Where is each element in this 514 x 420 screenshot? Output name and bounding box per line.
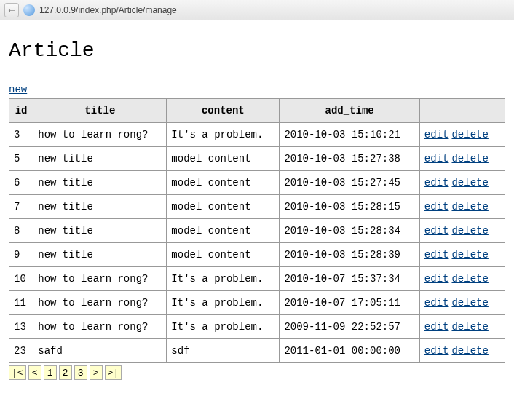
col-actions [419, 99, 505, 123]
arrow-left-icon: ← [7, 4, 17, 16]
cell-add-time: 2010-10-03 15:28:15 [280, 195, 419, 219]
cell-add-time: 2010-10-03 15:27:38 [280, 147, 419, 171]
table-row: 23safdsdf2011-01-01 00:00:00editdelete [9, 339, 505, 363]
cell-actions: editdelete [419, 315, 505, 339]
pager-prev[interactable]: < [28, 365, 41, 380]
cell-id: 6 [9, 171, 33, 195]
cell-actions: editdelete [419, 243, 505, 267]
cell-add-time: 2010-10-07 17:05:11 [280, 291, 419, 315]
table-row: 13how to learn rong?It's a problem.2009-… [9, 315, 505, 339]
cell-title: how to learn rong? [33, 123, 167, 147]
col-id: id [9, 99, 33, 123]
back-button[interactable]: ← [4, 3, 19, 17]
edit-link[interactable]: edit [424, 249, 449, 261]
table-row: 5new titlemodel content2010-10-03 15:27:… [9, 147, 505, 171]
delete-link[interactable]: delete [451, 129, 488, 140]
cell-actions: editdelete [419, 219, 505, 243]
pager-page-2[interactable]: 2 [59, 365, 72, 380]
table-header-row: id title content add_time [9, 99, 505, 123]
cell-id: 13 [9, 315, 33, 339]
edit-link[interactable]: edit [424, 321, 449, 333]
cell-content: It's a problem. [167, 123, 280, 147]
delete-link[interactable]: delete [451, 225, 488, 237]
table-row: 9new titlemodel content2010-10-03 15:28:… [9, 243, 505, 267]
col-title: title [33, 99, 167, 123]
cell-title: new title [33, 219, 167, 243]
table-row: 8new titlemodel content2010-10-03 15:28:… [9, 219, 505, 243]
cell-content: It's a problem. [167, 291, 280, 315]
globe-icon [23, 4, 35, 16]
cell-content: model content [167, 171, 280, 195]
edit-link[interactable]: edit [424, 129, 449, 140]
pager-page-1[interactable]: 1 [44, 365, 57, 380]
cell-actions: editdelete [419, 195, 505, 219]
delete-link[interactable]: delete [451, 321, 488, 333]
cell-add-time: 2010-10-07 15:37:34 [280, 267, 419, 291]
pagination: |< < 1 2 3 > >| [9, 365, 505, 380]
edit-link[interactable]: edit [424, 273, 449, 285]
cell-id: 7 [9, 195, 33, 219]
cell-id: 5 [9, 147, 33, 171]
cell-content: sdf [167, 339, 280, 363]
delete-link[interactable]: delete [451, 297, 488, 309]
cell-title: new title [33, 171, 167, 195]
delete-link[interactable]: delete [451, 177, 488, 189]
cell-content: model content [167, 243, 280, 267]
pager-last[interactable]: >| [105, 365, 122, 380]
cell-title: new title [33, 147, 167, 171]
delete-link[interactable]: delete [451, 153, 488, 165]
edit-link[interactable]: edit [424, 153, 449, 165]
cell-actions: editdelete [419, 267, 505, 291]
cell-actions: editdelete [419, 171, 505, 195]
col-add-time: add_time [280, 99, 419, 123]
page-title: Article [9, 39, 505, 62]
cell-actions: editdelete [419, 291, 505, 315]
cell-add-time: 2010-10-03 15:28:34 [280, 219, 419, 243]
cell-title: safd [33, 339, 167, 363]
cell-add-time: 2010-10-03 15:27:45 [280, 171, 419, 195]
pager-first[interactable]: |< [9, 365, 26, 380]
cell-title: how to learn rong? [33, 291, 167, 315]
url-text[interactable]: 127.0.0.9/index.php/Article/manage [39, 5, 177, 15]
table-row: 11how to learn rong?It's a problem.2010-… [9, 291, 505, 315]
edit-link[interactable]: edit [424, 201, 449, 213]
cell-id: 10 [9, 267, 33, 291]
cell-add-time: 2010-10-03 15:10:21 [280, 123, 419, 147]
cell-content: model content [167, 147, 280, 171]
cell-actions: editdelete [419, 147, 505, 171]
delete-link[interactable]: delete [451, 273, 488, 285]
edit-link[interactable]: edit [424, 345, 449, 357]
browser-address-bar: ← 127.0.0.9/index.php/Article/manage [0, 0, 514, 20]
delete-link[interactable]: delete [451, 201, 488, 213]
cell-content: It's a problem. [167, 267, 280, 291]
table-row: 3how to learn rong?It's a problem.2010-1… [9, 123, 505, 147]
cell-add-time: 2010-10-03 15:28:39 [280, 243, 419, 267]
pager-page-3[interactable]: 3 [74, 365, 87, 380]
cell-content: model content [167, 219, 280, 243]
cell-title: how to learn rong? [33, 315, 167, 339]
new-article-link[interactable]: new [9, 84, 27, 95]
cell-content: It's a problem. [167, 315, 280, 339]
articles-table: id title content add_time 3how to learn … [9, 98, 505, 363]
delete-link[interactable]: delete [451, 249, 488, 261]
cell-title: new title [33, 195, 167, 219]
pager-next[interactable]: > [90, 365, 103, 380]
edit-link[interactable]: edit [424, 177, 449, 189]
col-content: content [167, 99, 280, 123]
cell-id: 11 [9, 291, 33, 315]
cell-title: how to learn rong? [33, 267, 167, 291]
cell-id: 23 [9, 339, 33, 363]
delete-link[interactable]: delete [451, 345, 488, 357]
cell-actions: editdelete [419, 123, 505, 147]
cell-title: new title [33, 243, 167, 267]
cell-id: 3 [9, 123, 33, 147]
edit-link[interactable]: edit [424, 297, 449, 309]
edit-link[interactable]: edit [424, 225, 449, 237]
cell-id: 8 [9, 219, 33, 243]
cell-id: 9 [9, 243, 33, 267]
table-row: 10how to learn rong?It's a problem.2010-… [9, 267, 505, 291]
cell-add-time: 2011-01-01 00:00:00 [280, 339, 419, 363]
table-row: 7new titlemodel content2010-10-03 15:28:… [9, 195, 505, 219]
cell-actions: editdelete [419, 339, 505, 363]
table-row: 6new titlemodel content2010-10-03 15:27:… [9, 171, 505, 195]
